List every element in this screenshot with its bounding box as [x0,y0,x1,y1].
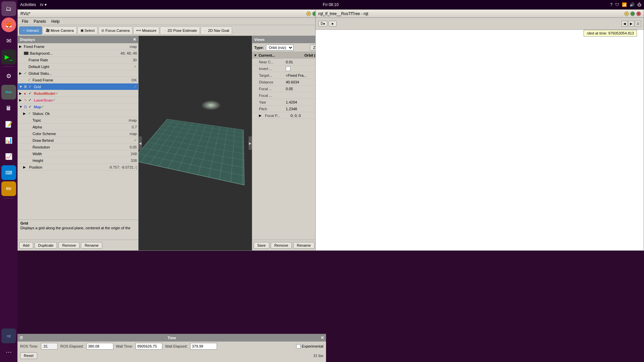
taskbar-icon-monitor[interactable]: 📈 [1,149,16,164]
taskbar-icon-text[interactable]: 📝 [1,117,16,132]
display-row-draw-behind[interactable]: Draw Behind ✓ [18,137,138,144]
sys-icon-power[interactable]: ⏻ [637,2,641,7]
display-row-frame-rate[interactable]: Frame Rate 30 [18,57,138,63]
display-row-height[interactable]: Height 338 [18,157,138,164]
grid-expand-icon[interactable]: ▼ [19,85,24,88]
menu-panels[interactable]: Panels [31,18,49,24]
display-row-position[interactable]: ▶ Position -9.757: -8.0731: ( [18,164,138,171]
rqt-maximize-btn[interactable]: □ [630,11,635,16]
wall-elapsed-value[interactable] [190,343,217,350]
display-row-color-scheme[interactable]: Color Scheme map [18,130,138,137]
taskbar-icon-apps[interactable]: ⋯ [1,345,16,359]
views-section-current[interactable]: ▼ Current... Orbit (rviz) [252,52,326,59]
rviz-minimize-btn[interactable]: − [306,11,311,16]
add-btn[interactable]: Add [19,242,33,249]
toolbar-interact-btn[interactable]: ↔ Interact [19,26,42,35]
invert-checkbox[interactable] [286,66,290,71]
ros-time-value[interactable] [41,343,58,350]
view-prop-target[interactable]: Target... <Fixed Fra... [252,72,326,79]
map-expand-icon[interactable]: ▼ [19,105,24,109]
taskbar-icon-settings[interactable]: ⚙ [1,69,16,83]
view-prop-focal-point[interactable]: ▶ Focal P... 0; 0; 0 [252,112,326,119]
menu-help[interactable]: Help [49,18,62,24]
views-remove-btn[interactable]: Remove [271,242,292,249]
view-prop-yaw[interactable]: Yaw 1.4204 [252,99,326,106]
remove-btn[interactable]: Remove [58,242,79,249]
sys-icon-security[interactable]: 🛡 [615,2,619,7]
app-name-text[interactable]: rv [40,2,43,7]
rqt-toolbar-btn2[interactable]: ► [329,21,337,26]
sys-icon-volume[interactable]: 🔊 [630,2,635,7]
toolbar-measure-btn[interactable]: ⟺ Measure [133,26,159,35]
view-prop-near-clip[interactable]: Near C... 0.01 [252,59,326,65]
time-reset-btn[interactable]: Reset [20,352,37,359]
wall-time-value[interactable] [136,343,162,350]
view-prop-focal2[interactable]: Focal ... [252,92,326,99]
robot-expand-icon[interactable]: ▶ [19,92,24,95]
taskbar-icon-calc[interactable]: 🖩 [1,101,16,116]
rviz-viewport[interactable]: ◀ ▶ [139,36,252,250]
display-row-map[interactable]: ▼ ⊡ ✓ Map ✓ [18,104,138,110]
display-row-map-status[interactable]: ▶ ✓ Status: Ok [18,110,138,117]
taskbar-icon-email[interactable]: ✉ [1,34,16,48]
display-expand-icon5[interactable]: ▶ [19,71,24,75]
taskbar-icon-rviz2[interactable]: RV [1,181,16,196]
taskbar-icon-vscode[interactable]: ⌨ [1,165,16,180]
view-prop-pitch[interactable]: Pitch 1.2348 [252,106,326,112]
views-type-dropdown[interactable]: Orbit (rviz) [266,45,293,51]
rqt-corner-btn3[interactable]: ⊡ [635,21,641,26]
taskbar-icon-spreadsheet[interactable]: 📊 [1,133,16,148]
sys-icon-wifi[interactable]: 📶 [622,2,627,7]
rqt-minimize-btn[interactable]: − [624,11,629,16]
toolbar-nav-goal-btn[interactable]: → 2D Nav Goal [201,26,232,35]
display-row-alpha[interactable]: Alpha 0.7 [18,124,138,130]
rqt-close-btn[interactable]: × [636,11,641,16]
grid-check[interactable]: ✓ [29,84,34,89]
views-save-btn[interactable]: Save [254,242,269,249]
display-row-background[interactable]: Background... 48; 48; 48 [18,50,138,57]
display-row-grid[interactable]: ▼ ⊞ ✓ Grid ✓ [18,83,138,90]
map-check[interactable]: ✓ [29,105,34,109]
taskbar-icon-browser[interactable]: 🦊 [1,17,16,32]
map-status-expand[interactable]: ▶ [23,112,28,115]
display-row-laser-scan[interactable]: ▶ ∿ ✓ LaserScan ✓ [18,97,138,104]
display-row-topic[interactable]: Topic /map [18,117,138,124]
view-prop-focal1[interactable]: Focal ... 0.05 [252,85,326,92]
app-dropdown[interactable]: ▾ [45,2,47,7]
rqt-corner-btn1[interactable]: ◀ [622,21,628,26]
laser-expand-icon[interactable]: ▶ [19,98,24,102]
rqt-corner-btn2[interactable]: ▶ [628,21,634,26]
taskbar-icon-terminal[interactable]: ▶_ [1,50,16,64]
position-expand[interactable]: ▶ [23,165,28,169]
laser-check[interactable]: ✓ [29,98,34,102]
view-prop-invert[interactable]: Invert ... [252,65,326,72]
taskbar-icon-rviz[interactable]: RViz [1,85,16,100]
experimental-checkbox[interactable] [296,344,301,349]
taskbar-icon-files[interactable]: 🗂 [1,1,16,16]
display-row-global-status[interactable]: ▶ ✓ Global Statu... [18,70,138,77]
duplicate-btn[interactable]: Duplicate [35,242,57,249]
taskbar-icon-rqt[interactable]: rqt [1,328,16,343]
display-row-fixed-frame-status[interactable]: ✓ Fixed Frame OK [18,77,138,83]
toolbar-move-camera-btn[interactable]: 🎥 Move Camera [43,26,77,35]
collapse-right-btn[interactable]: ▶ [249,136,252,150]
rename-btn[interactable]: Rename [81,242,102,249]
display-row-resolution[interactable]: Resolution 0.05 [18,144,138,150]
displays-panel-close-btn[interactable]: ✕ [133,37,136,42]
menu-file[interactable]: File [19,18,31,24]
toolbar-focus-camera-btn[interactable]: ◎ Focus Camera [98,26,132,35]
display-row-default-light[interactable]: Default Light ✓ [18,63,138,70]
activities-label[interactable]: Activities [20,2,36,7]
views-rename-btn[interactable]: Rename [293,242,315,249]
time-panel-close-btn[interactable]: ✕ [321,336,324,340]
robot-check[interactable]: ✓ [29,91,34,96]
display-row-robot-model[interactable]: ▶ ● ✓ RobotModel ✓ [18,90,138,97]
display-row-fixed-frame[interactable]: ▶ Fixed Frame map [18,43,138,50]
display-expand-icon[interactable]: ▶ [19,45,24,48]
ros-elapsed-value[interactable] [87,343,113,350]
collapse-left-btn[interactable]: ◀ [139,136,142,150]
toolbar-select-btn[interactable]: ▣ Select [77,26,98,35]
sys-icon-help[interactable]: ? [610,2,612,7]
display-row-width[interactable]: Width 248 [18,150,138,157]
view-prop-distance[interactable]: Distance 40.6034 [252,79,326,85]
